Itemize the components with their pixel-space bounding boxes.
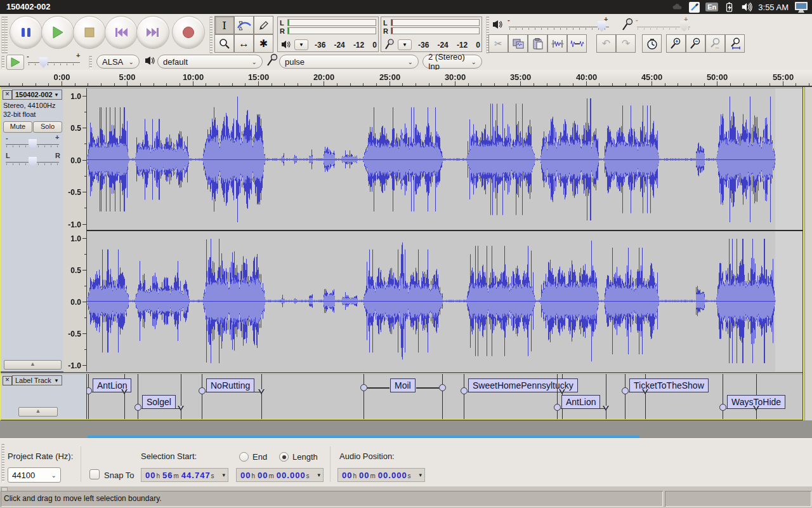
time-field-dropdown[interactable]: ▾ [416, 472, 424, 478]
playback-meter[interactable]: L R ▼ -36-24-120 [277, 17, 379, 52]
fit-selection-button[interactable]: ↔ [705, 34, 725, 53]
label-handle[interactable] [199, 387, 206, 394]
silence-button[interactable] [567, 34, 587, 53]
label-handle[interactable] [461, 387, 468, 394]
vertical-scale-ruler[interactable] [63, 88, 86, 371]
zoom-in-button[interactable] [666, 34, 686, 53]
envelope-tool[interactable] [234, 16, 254, 34]
label-handle[interactable] [360, 384, 367, 391]
label-end-chevron[interactable] [121, 389, 128, 394]
cut-button[interactable]: ✂ [488, 34, 508, 53]
length-radio[interactable] [279, 452, 289, 462]
label-box[interactable]: Solgel [142, 395, 176, 409]
cloud-icon[interactable] [672, 1, 683, 13]
play-speed-slider[interactable] [28, 62, 80, 63]
label-box[interactable]: TicketToTheShow [629, 378, 709, 392]
zoom-tool[interactable] [214, 34, 234, 53]
playback-meter-dropdown[interactable]: ▼ [294, 39, 308, 50]
display-icon[interactable] [794, 1, 808, 13]
skip-to-start-button[interactable] [105, 16, 138, 49]
label-boundary-line[interactable] [261, 374, 262, 419]
label-boundary-line[interactable] [442, 374, 443, 419]
label-end-chevron[interactable] [258, 389, 265, 394]
selection-start-field[interactable]: 00h56m44.747s▾ [141, 468, 228, 482]
trim-button[interactable] [547, 34, 567, 53]
output-device-select[interactable]: default⌄ [157, 55, 263, 69]
stop-button[interactable] [73, 16, 106, 49]
recording-meter-dropdown[interactable]: ▼ [398, 39, 412, 50]
label-handle[interactable] [622, 387, 629, 394]
selection-toolbar-grip[interactable] [1, 444, 4, 482]
vertical-scrollbar[interactable] [804, 87, 812, 420]
volume-icon[interactable] [741, 1, 752, 13]
time-field-dropdown[interactable]: ▾ [219, 472, 228, 478]
time-field-dropdown[interactable]: ▾ [315, 472, 323, 478]
output-volume-thumb[interactable] [598, 21, 606, 32]
label-end-chevron[interactable] [603, 406, 609, 411]
label-boundary-line[interactable] [202, 374, 202, 419]
label-end-chevron[interactable] [753, 406, 759, 411]
pause-button[interactable] [10, 16, 43, 49]
label-box[interactable]: NoRutting [206, 378, 254, 392]
input-channels-select[interactable]: 2 (Stereo) Inp⌄ [422, 55, 482, 69]
language-indicator[interactable]: En [705, 3, 718, 11]
label-boundary-line[interactable] [464, 374, 464, 419]
snap-to-checkbox[interactable] [89, 469, 100, 479]
play-at-speed-button[interactable] [6, 55, 24, 70]
draw-tool[interactable] [254, 16, 273, 34]
label-boundary-line[interactable] [181, 374, 181, 419]
waveform-left-channel[interactable] [87, 88, 802, 230]
solo-button[interactable]: Solo [33, 121, 62, 133]
label-boundary-line[interactable] [723, 374, 723, 419]
selection-tool[interactable]: I [214, 16, 234, 34]
input-method-icon[interactable] [689, 2, 700, 13]
zoom-out-button[interactable] [686, 34, 705, 53]
time-shift-tool[interactable]: ↔ [234, 34, 254, 53]
mute-button[interactable]: Mute [3, 121, 32, 133]
copy-button[interactable] [508, 34, 528, 53]
label-box[interactable]: AntLion [561, 395, 600, 409]
collapse-track-button[interactable]: ▲ [4, 360, 62, 370]
label-handle[interactable] [87, 387, 92, 394]
label-boundary-line[interactable] [557, 374, 558, 419]
sync-lock-button[interactable] [642, 34, 662, 53]
input-device-select[interactable]: pulse⌄ [279, 55, 419, 69]
label-boundary-line[interactable] [606, 374, 606, 419]
track-name-menu[interactable]: 150402-002▼ [12, 90, 62, 100]
collapse-label-track-button[interactable]: ▲ [18, 407, 58, 417]
close-track-button[interactable]: ✕ [3, 90, 12, 100]
timeline-ruler[interactable] [0, 70, 812, 87]
label-boundary-line[interactable] [363, 374, 364, 419]
play-speed-thumb[interactable] [39, 57, 48, 68]
recording-meter[interactable]: L R ▼ -36-24-120 [381, 17, 482, 52]
audio-host-select[interactable]: ALSA⌄ [96, 55, 140, 69]
fit-project-button[interactable] [725, 34, 745, 53]
label-end-chevron[interactable] [559, 389, 565, 394]
label-handle[interactable] [719, 404, 726, 411]
label-boundary-line[interactable] [625, 374, 625, 419]
label-boundary-line[interactable] [138, 374, 138, 419]
play-button[interactable] [41, 16, 74, 49]
transcription-grip[interactable] [1, 56, 4, 69]
label-end-chevron[interactable] [642, 389, 648, 394]
label-handle[interactable] [134, 404, 141, 411]
clock[interactable]: 3:55 AM [758, 3, 789, 12]
undo-button[interactable]: ↶ [596, 34, 616, 53]
battery-icon[interactable] [724, 1, 735, 13]
record-button[interactable] [172, 16, 205, 49]
label-track-area[interactable]: AntLionSolgelNoRuttingMoilSweetHomePenns… [87, 374, 802, 419]
waveform-right-channel[interactable] [87, 231, 802, 371]
gain-slider-thumb[interactable] [29, 139, 37, 150]
tools-toolbar-grip[interactable] [209, 17, 213, 53]
label-end-chevron[interactable] [178, 406, 184, 411]
label-handle[interactable] [439, 384, 446, 391]
label-track-name-menu[interactable]: Label Track▼ [12, 375, 62, 385]
paste-button[interactable] [528, 34, 547, 53]
project-rate-select[interactable]: 44100⌄ [8, 467, 61, 483]
device-toolbar-grip[interactable] [89, 56, 92, 69]
audio-position-field[interactable]: 00h00m00.000s▾ [337, 468, 425, 482]
skip-to-end-button[interactable] [136, 16, 169, 49]
label-handle[interactable] [554, 404, 561, 411]
transport-toolbar-grip2[interactable] [4, 17, 8, 53]
label-boundary-line[interactable] [88, 374, 89, 419]
